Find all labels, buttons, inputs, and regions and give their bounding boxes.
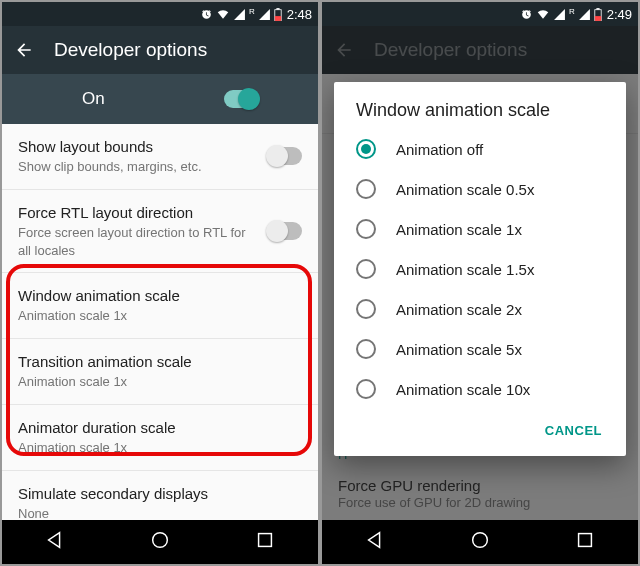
item-animator-duration-scale[interactable]: Animator duration scale Animation scale … — [2, 405, 318, 471]
dialog-actions: CANCEL — [334, 409, 626, 450]
option-animation-off[interactable]: Animation off — [334, 129, 626, 169]
wifi-icon — [216, 7, 230, 21]
option-scale-1x[interactable]: Animation scale 1x — [334, 209, 626, 249]
radio-icon — [356, 139, 376, 159]
radio-icon — [356, 259, 376, 279]
app-bar: Developer options — [2, 26, 318, 74]
wifi-icon — [536, 7, 550, 21]
svg-point-3 — [153, 533, 168, 548]
item-subtitle: Animation scale 1x — [18, 307, 292, 325]
item-title: Force RTL layout direction — [18, 203, 258, 223]
nav-back-icon[interactable] — [364, 529, 386, 555]
option-label: Animation scale 2x — [396, 301, 522, 318]
nav-home-icon[interactable] — [149, 529, 171, 555]
option-label: Animation scale 10x — [396, 381, 530, 398]
signal-r-icon: R — [569, 7, 575, 16]
status-time: 2:48 — [287, 7, 312, 22]
option-label: Animation scale 1.5x — [396, 261, 534, 278]
item-title: Window animation scale — [18, 286, 292, 306]
page-title: Developer options — [54, 39, 207, 61]
option-scale-2x[interactable]: Animation scale 2x — [334, 289, 626, 329]
radio-icon — [356, 219, 376, 239]
radio-icon — [356, 299, 376, 319]
item-subtitle: Animation scale 1x — [18, 373, 292, 391]
radio-icon — [356, 339, 376, 359]
toggle-force-rtl[interactable] — [268, 222, 302, 240]
radio-icon — [356, 379, 376, 399]
option-label: Animation scale 1x — [396, 221, 522, 238]
toggle-show-layout-bounds[interactable] — [268, 147, 302, 165]
item-title: Transition animation scale — [18, 352, 292, 372]
signal2-icon — [578, 8, 591, 21]
battery-icon — [274, 8, 282, 21]
option-scale-10x[interactable]: Animation scale 10x — [334, 369, 626, 409]
nav-bar — [2, 520, 318, 564]
status-bar: R 2:48 — [2, 2, 318, 26]
option-label: Animation scale 0.5x — [396, 181, 534, 198]
item-subtitle: Animation scale 1x — [18, 439, 292, 457]
phone-left: R 2:48 Developer options On Show layout … — [2, 2, 318, 564]
alarm-icon — [200, 8, 213, 21]
nav-recents-icon[interactable] — [574, 529, 596, 555]
option-scale-1-5x[interactable]: Animation scale 1.5x — [334, 249, 626, 289]
master-switch[interactable] — [224, 90, 258, 108]
item-show-layout-bounds[interactable]: Show layout bounds Show clip bounds, mar… — [2, 124, 318, 190]
item-transition-animation-scale[interactable]: Transition animation scale Animation sca… — [2, 339, 318, 405]
svg-rect-2 — [274, 16, 280, 21]
nav-back-icon[interactable] — [44, 529, 66, 555]
nav-home-icon[interactable] — [469, 529, 491, 555]
item-title: Animator duration scale — [18, 418, 292, 438]
option-scale-0-5x[interactable]: Animation scale 0.5x — [334, 169, 626, 209]
item-subtitle: Force screen layout direction to RTL for… — [18, 224, 258, 259]
nav-bar — [322, 520, 638, 564]
signal-icon — [553, 8, 566, 21]
item-title: Show layout bounds — [18, 137, 258, 157]
alarm-icon — [520, 8, 533, 21]
item-subtitle: Show clip bounds, margins, etc. — [18, 158, 258, 176]
option-label: Animation scale 5x — [396, 341, 522, 358]
radio-icon — [356, 179, 376, 199]
signal-icon — [233, 8, 246, 21]
status-bar: R 2:49 — [322, 2, 638, 26]
svg-rect-4 — [259, 534, 272, 547]
back-icon[interactable] — [14, 40, 34, 60]
status-time: 2:49 — [607, 7, 632, 22]
svg-rect-9 — [579, 534, 592, 547]
cancel-button[interactable]: CANCEL — [535, 415, 612, 446]
battery-icon — [594, 8, 602, 21]
dialog-title: Window animation scale — [334, 100, 626, 129]
signal-r-icon: R — [249, 7, 255, 16]
settings-list: Show layout bounds Show clip bounds, mar… — [2, 124, 318, 520]
item-subtitle: None — [18, 505, 292, 520]
master-switch-row[interactable]: On — [2, 74, 318, 124]
master-switch-label: On — [82, 89, 105, 109]
item-title: Simulate secondary displays — [18, 484, 292, 504]
item-force-rtl[interactable]: Force RTL layout direction Force screen … — [2, 190, 318, 273]
item-window-animation-scale[interactable]: Window animation scale Animation scale 1… — [2, 273, 318, 339]
animation-scale-dialog: Window animation scale Animation off Ani… — [334, 82, 626, 456]
nav-recents-icon[interactable] — [254, 529, 276, 555]
signal2-icon — [258, 8, 271, 21]
option-label: Animation off — [396, 141, 483, 158]
item-simulate-secondary-displays[interactable]: Simulate secondary displays None — [2, 471, 318, 520]
svg-point-8 — [473, 533, 488, 548]
svg-rect-7 — [594, 16, 600, 21]
option-scale-5x[interactable]: Animation scale 5x — [334, 329, 626, 369]
phone-right: R 2:49 Developer options F F H Force GPU… — [322, 2, 638, 564]
